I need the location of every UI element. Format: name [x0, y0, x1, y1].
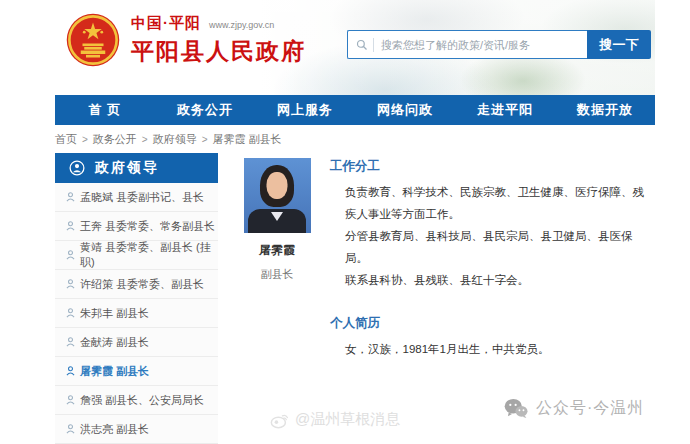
breadcrumb-separator: > [142, 134, 148, 145]
photo-face [267, 172, 288, 199]
nav-item-about-pingyang[interactable]: 走进平阳 [455, 95, 555, 125]
site-header: 中国·平阳 www.zjpy.gov.cn 平阳县人民政府 搜一下 [55, 0, 655, 95]
sidebar-leader-label: 王奔 县委常委、常务副县长 [80, 219, 215, 234]
leader-photo [244, 158, 311, 233]
sidebar-leader-item[interactable]: 朱邦丰 副县长 [55, 299, 218, 328]
breadcrumb: 首页 > 政务公开 > 政府领导 > 屠霁霞 副县长 [55, 125, 655, 153]
sidebar-leader-item[interactable]: 王奔 县委常委、常务副县长 [55, 212, 218, 241]
search-icon [356, 39, 368, 51]
sidebar-leader-item[interactable]: 洪志亮 副县长 [55, 415, 218, 444]
person-icon [66, 395, 75, 405]
search-input[interactable] [381, 39, 579, 51]
site-brand: 中国·平阳 www.zjpy.gov.cn 平阳县人民政府 [65, 12, 306, 68]
sidebar-title-label: 政府领导 [95, 159, 159, 177]
person-icon [66, 221, 75, 231]
leader-detail-text: 工作分工 负责教育、科学技术、民族宗教、卫生健康、医疗保障、残疾人事业等方面工作… [317, 158, 655, 360]
photo-collar [271, 212, 283, 221]
search-divider [373, 38, 374, 52]
page: 中国·平阳 www.zjpy.gov.cn 平阳县人民政府 搜一下 [0, 0, 690, 444]
leader-photo-column: 屠霁霞 副县长 [237, 158, 317, 360]
search-box [347, 30, 587, 59]
section-heading-work-division: 工作分工 [330, 158, 655, 175]
sidebar: 政府领导 孟晓斌 县委副书记、县长王奔 县委常委、常务副县长黄靖 县委常委、副县… [55, 153, 218, 444]
site-url: www.zjpy.gov.cn [209, 20, 274, 30]
search-bar: 搜一下 [347, 30, 651, 59]
sidebar-leader-item[interactable]: 詹强 副县长、公安局局长 [55, 386, 218, 415]
sidebar-leader-label: 黄靖 县委常委、副县长 (挂职) [80, 240, 218, 270]
breadcrumb-separator: > [82, 134, 88, 145]
leader-name: 屠霁霞 [237, 242, 317, 259]
person-icon [66, 366, 75, 376]
site-shell: 中国·平阳 www.zjpy.gov.cn 平阳县人民政府 搜一下 [55, 0, 655, 444]
person-icon [66, 279, 75, 289]
work-division-line: 联系县科协、县残联、县红十字会。 [330, 269, 655, 291]
leader-post: 副县长 [237, 267, 317, 282]
sidebar-title: 政府领导 [55, 153, 218, 183]
sidebar-leader-label: 金献涛 副县长 [80, 335, 149, 350]
person-icon [66, 337, 75, 347]
main-area: 政府领导 孟晓斌 县委副书记、县长王奔 县委常委、常务副县长黄靖 县委常委、副县… [55, 153, 655, 444]
sidebar-leader-item[interactable]: 屠霁霞 副县长 [55, 357, 218, 386]
section-gap [330, 291, 655, 315]
breadcrumb-gov-info[interactable]: 政务公开 [93, 132, 137, 147]
leader-detail: 屠霁霞 副县长 工作分工 负责教育、科学技术、民族宗教、卫生健康、医疗保障、残疾… [218, 153, 655, 360]
search-button[interactable]: 搜一下 [587, 30, 651, 59]
nav-item-home[interactable]: 首 页 [55, 95, 155, 125]
sidebar-leader-label: 孟晓斌 县委副书记、县长 [80, 190, 204, 205]
sidebar-leader-label: 朱邦丰 副县长 [80, 306, 149, 321]
breadcrumb-gov-leaders[interactable]: 政府领导 [153, 132, 197, 147]
sidebar-leader-list: 孟晓斌 县委副书记、县长王奔 县委常委、常务副县长黄靖 县委常委、副县长 (挂职… [55, 183, 218, 444]
person-icon [66, 250, 75, 260]
sidebar-leader-item[interactable]: 黄靖 县委常委、副县长 (挂职) [55, 241, 218, 270]
person-icon [66, 424, 75, 434]
work-division-line: 负责教育、科学技术、民族宗教、卫生健康、医疗保障、残疾人事业等方面工作。 [330, 181, 655, 225]
site-tagline: 中国·平阳 [131, 14, 201, 33]
nav-item-public-inquiry[interactable]: 网络问政 [355, 95, 455, 125]
work-division-line: 分管县教育局、县科技局、县民宗局、县卫健局、县医保局。 [330, 225, 655, 269]
sidebar-leader-item[interactable]: 孟晓斌 县委副书记、县长 [55, 183, 218, 212]
breadcrumb-current: 屠霁霞 副县长 [213, 132, 282, 147]
section-heading-bio: 个人简历 [330, 315, 655, 332]
leader-badge-icon [69, 160, 85, 176]
nav-item-online-services[interactable]: 网上服务 [255, 95, 355, 125]
sidebar-leader-label: 屠霁霞 副县长 [80, 364, 149, 379]
sidebar-leader-label: 许绍策 县委常委、副县长 [80, 277, 204, 292]
sidebar-leader-item[interactable]: 许绍策 县委常委、副县长 [55, 270, 218, 299]
national-emblem-icon [65, 12, 121, 68]
sidebar-leader-item[interactable]: 金献涛 副县长 [55, 328, 218, 357]
site-title: 平阳县人民政府 [131, 36, 306, 67]
sidebar-leader-label: 詹强 副县长、公安局局长 [80, 393, 204, 408]
nav-item-gov-info[interactable]: 政务公开 [155, 95, 255, 125]
nav-item-open-data[interactable]: 数据开放 [555, 95, 655, 125]
breadcrumb-home[interactable]: 首页 [55, 132, 77, 147]
brand-text: 中国·平阳 www.zjpy.gov.cn 平阳县人民政府 [131, 14, 306, 67]
person-icon [66, 192, 75, 202]
bio-line: 女，汉族，1981年1月出生，中共党员。 [330, 338, 655, 360]
person-icon [66, 308, 75, 318]
main-nav: 首 页 政务公开 网上服务 网络问政 走进平阳 数据开放 [55, 95, 655, 125]
sidebar-leader-label: 洪志亮 副县长 [80, 422, 149, 437]
breadcrumb-separator: > [202, 134, 208, 145]
